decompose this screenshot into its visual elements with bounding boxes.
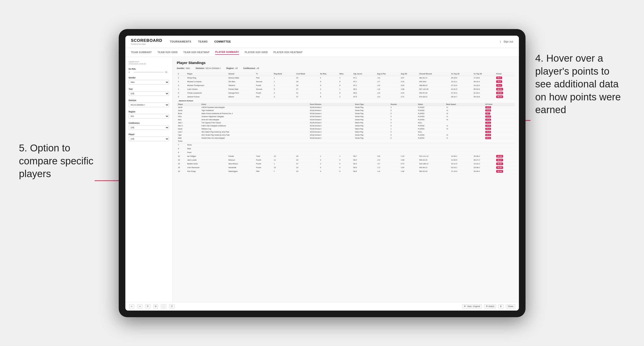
player-section: Player (All) bbox=[129, 133, 169, 141]
undo-button[interactable]: ↩ bbox=[129, 304, 134, 309]
region-section: Region N/A bbox=[129, 111, 169, 119]
time-button[interactable]: ⏱ bbox=[169, 304, 174, 309]
share-button[interactable]: Share bbox=[506, 304, 515, 309]
points-badge[interactable]: 58.18 bbox=[496, 95, 503, 98]
division-section: Division NCAA Division I bbox=[129, 99, 169, 107]
annotation-5: 5. Option to compare specific players bbox=[19, 142, 99, 180]
division-label: Division bbox=[129, 99, 169, 102]
region-select[interactable]: N/A bbox=[129, 114, 169, 119]
col-yr: Yr bbox=[255, 72, 273, 76]
table-row: 1 Wenyi Ding Arizona State First 1 15 1 … bbox=[177, 76, 515, 80]
region-label: Region bbox=[129, 111, 169, 113]
filter-conference: Conference: All bbox=[243, 67, 259, 69]
sub-nav-team-h2h-grid[interactable]: TEAM H2H GRID bbox=[158, 50, 178, 55]
year-section: Year (All) bbox=[129, 88, 169, 96]
table-row: 9 Prest bbox=[177, 151, 515, 154]
col-points: Points bbox=[495, 72, 515, 76]
divider-icon: | bbox=[500, 40, 501, 43]
annotation-4: 4. Hover over a player's points to see a… bbox=[535, 52, 625, 116]
bottom-toolbar: ↩ ↪ ⟳ ⧉ ⬚ ⏱ 👁 View: Original 👁 Watch ⬇ S… bbox=[125, 302, 519, 311]
sidebar: Update time: 27/01/2024 16:56:26 No Rds.… bbox=[125, 57, 173, 302]
copy-button[interactable]: ⧉ bbox=[153, 304, 158, 309]
points-badge[interactable]: 88.94 bbox=[496, 88, 503, 90]
year-label: Year bbox=[129, 88, 169, 90]
nav-committee[interactable]: COMMITTEE bbox=[214, 39, 231, 44]
sub-nav-player-h2h-heatmap[interactable]: PLAYER H2H HEATMAP bbox=[274, 50, 302, 55]
sub-nav-player-summary[interactable]: PLAYER SUMMARY bbox=[215, 50, 239, 55]
filters-row: Gender: Men Division: NCAA Division I Re… bbox=[177, 67, 515, 69]
table-row: 26 Petr Hruby Washington Fifth 7 23 0 0 … bbox=[177, 169, 515, 173]
table-row: 8 Mats bbox=[177, 147, 515, 151]
redo-button[interactable]: ↪ bbox=[137, 304, 142, 309]
points-badge[interactable]: 40.27 bbox=[496, 159, 503, 161]
filter-gender: Gender: Men bbox=[177, 67, 190, 69]
points-badge[interactable]: 40.02 bbox=[496, 163, 503, 165]
year-select[interactable]: (All) bbox=[129, 91, 169, 96]
table-row: 3 Michael Thorbjornsen Stanford Fourth 1… bbox=[177, 83, 515, 87]
tablet-screen: SCOREBOARD Powered by clippi TOURNAMENTS… bbox=[125, 36, 519, 311]
col-avg-sg: Avg SG bbox=[400, 72, 418, 76]
gender-label: Gender bbox=[129, 77, 169, 79]
points-badge[interactable]: 38.49 bbox=[496, 170, 503, 173]
table-row: 23 Jack Lundin Missouri Fourth 11 24 0 0… bbox=[177, 158, 515, 162]
right-panel: Player Standings Gender: Men Division: N… bbox=[173, 57, 519, 302]
sub-nav-team-h2h-heatmap[interactable]: TEAM H2H HEATMAP bbox=[183, 50, 210, 55]
table-row: 22 Ian Gilligan Florida Third 10 24 1 1 … bbox=[177, 154, 515, 158]
download-button[interactable]: ⬇ bbox=[498, 304, 504, 309]
col-reg-rank: Reg Rank bbox=[273, 72, 295, 76]
range-min: 4 bbox=[129, 71, 132, 73]
col-player: Player bbox=[186, 72, 227, 76]
col-to-par: Avg to Par bbox=[376, 72, 400, 76]
table-header-row: # Player School Yr Reg Rank Conf Rank No… bbox=[177, 72, 515, 76]
toolbar-right: 👁 View: Original 👁 Watch ⬇ Share bbox=[462, 304, 515, 309]
col-num: # bbox=[177, 72, 186, 76]
top-nav: SCOREBOARD Powered by clippi TOURNAMENTS… bbox=[125, 36, 519, 48]
watch-button[interactable]: 👁 Watch bbox=[484, 304, 496, 309]
col-school: School bbox=[227, 72, 255, 76]
range-slider[interactable] bbox=[134, 72, 164, 72]
view-label: View: Original bbox=[467, 305, 480, 308]
points-badge[interactable]: 40.58 bbox=[496, 155, 503, 158]
sub-nav-player-h2h-grid[interactable]: PLAYER H2H GRID bbox=[245, 50, 268, 55]
col-vs-top25: Vs Top 25 bbox=[450, 72, 472, 76]
no-rds-label: No Rds. bbox=[129, 68, 169, 70]
col-adj-score: Adj. Score bbox=[352, 72, 376, 76]
logo-text: SCOREBOARD bbox=[131, 38, 162, 43]
watch-label: Watch bbox=[488, 305, 494, 308]
points-badge[interactable]: 60.09 bbox=[496, 92, 503, 94]
logo-sub: Powered by clippi bbox=[131, 43, 162, 45]
nav-tournaments[interactable]: TOURNAMENTS bbox=[170, 39, 191, 44]
table-row: 5 Christo Lamprecht Georgia Tech Fourth … bbox=[177, 91, 515, 95]
view-icon: 👁 bbox=[464, 305, 466, 308]
points-badge[interactable]: 76.2 bbox=[496, 80, 502, 83]
sign-out-link[interactable]: Sign out bbox=[504, 40, 513, 43]
player-select[interactable]: (All) bbox=[129, 137, 169, 141]
gender-select[interactable]: Men Women bbox=[129, 80, 169, 85]
sub-nav: TEAM SUMMARY TEAM H2H GRID TEAM H2H HEAT… bbox=[125, 48, 519, 57]
col-wins: Wins bbox=[338, 72, 352, 76]
sub-nav-team-summary[interactable]: TEAM SUMMARY bbox=[131, 50, 152, 55]
table-row: 24 Bastien Amat New Mexico Fourth 1 27 2… bbox=[177, 162, 515, 166]
standings-table: # Player School Yr Reg Rank Conf Rank No… bbox=[177, 72, 515, 173]
points-badge[interactable]: 70.1 bbox=[496, 84, 502, 87]
nav-links: TOURNAMENTS TEAMS COMMITTEE bbox=[170, 39, 500, 44]
points-badge[interactable]: 88.2 bbox=[496, 77, 502, 79]
tooltip-header-row: Jackson Koivun Player Event Event Divisi… bbox=[177, 99, 515, 143]
view-button[interactable]: 👁 View: Original bbox=[462, 304, 482, 309]
filter-division: Division: NCAA Division I bbox=[196, 67, 221, 69]
points-badge[interactable]: 39.95 bbox=[496, 166, 503, 169]
division-select[interactable]: NCAA Division I bbox=[129, 103, 169, 107]
nav-teams[interactable]: TEAMS bbox=[198, 39, 208, 44]
tablet-frame: SCOREBOARD Powered by clippi TOURNAMENTS… bbox=[119, 29, 526, 317]
reset-button[interactable]: ⟳ bbox=[145, 304, 150, 309]
col-no-rds: No Rds. bbox=[319, 72, 338, 76]
nav-right: | Sign out bbox=[500, 40, 513, 43]
conference-select[interactable]: (All) bbox=[129, 125, 169, 130]
range-row: 4 52 bbox=[129, 71, 169, 73]
table-row: 4 Luke Clanton Florida State Second 5 27… bbox=[177, 87, 515, 91]
paste-button[interactable]: ⬚ bbox=[161, 304, 166, 309]
col-conf-rank: Conf Rank bbox=[295, 72, 319, 76]
col-overall: Overall Record bbox=[418, 72, 450, 76]
table-row: 25 Cole Sherwood Vanderbilt Fourth 12 23… bbox=[177, 166, 515, 169]
main-content: Update time: 27/01/2024 16:56:26 No Rds.… bbox=[125, 57, 519, 302]
